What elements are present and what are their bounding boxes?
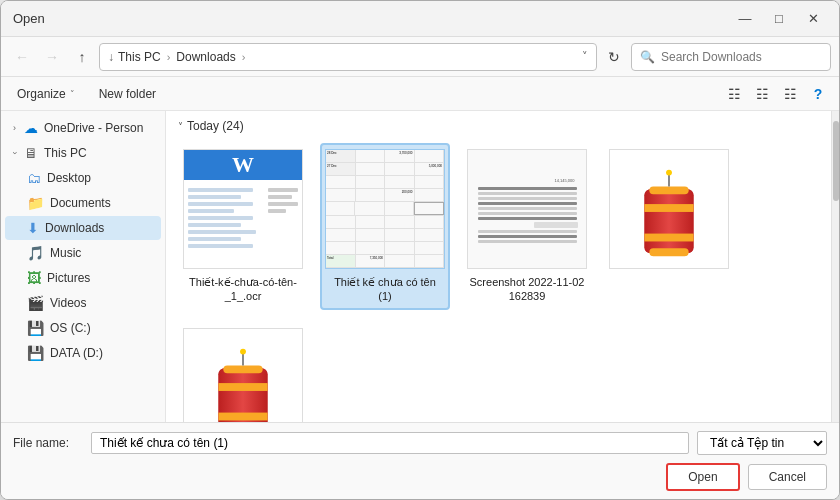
sidebar-item-desktop[interactable]: 🗂 Desktop [5,166,161,190]
sidebar-item-label: Music [50,246,153,260]
sheet-cell [414,202,444,214]
help-button[interactable]: ? [805,81,831,107]
file-grid: W [178,143,819,422]
scrollbar[interactable] [831,111,839,422]
sidebar-item-label: OS (C:) [50,321,153,335]
drive-c-icon: 💾 [27,320,44,336]
file-thumbnail-firecracker2 [183,328,303,422]
sidebar-item-label: Downloads [45,221,153,235]
organize-button[interactable]: Organize ˅ [9,84,83,104]
file-area: ˅ Today (24) W [166,111,831,422]
filename-label: File name: [13,436,83,450]
sheet-cell: 28 Dec [326,150,356,162]
refresh-button[interactable]: ↻ [601,44,627,70]
sidebar-item-videos[interactable]: 🎬 Videos [5,291,161,315]
file-thumbnail-firecracker1 [609,149,729,269]
sheet-cell: Total [326,255,356,267]
sheet-cell [356,242,386,254]
sheet-cell [385,163,415,175]
open-button[interactable]: Open [666,463,739,491]
minimize-button[interactable]: — [731,8,759,30]
sidebar-item-datad[interactable]: 💾 DATA (D:) [5,341,161,365]
breadcrumb-sep-1: › [167,51,171,63]
sheet-row [326,242,444,255]
ss-line [478,240,577,243]
filename-input[interactable] [91,432,689,454]
ss-line [478,212,577,215]
svg-rect-4 [649,186,688,194]
sheet-cell [326,216,356,228]
group-label: Today (24) [187,119,244,133]
file-item-firecracker1[interactable] [604,143,734,310]
sidebar-item-label: Pictures [47,271,153,285]
sheet-cell [385,255,415,267]
ss-header: 14,145,000 [478,176,577,185]
downloads-icon: ⬇ [27,220,39,236]
file-thumbnail-spreadsheet: 28 Dec 3,700,000 27 Dec 5,000,000 [325,149,445,269]
thispc-icon: 🖥 [24,145,38,161]
firecracker-svg [610,149,728,269]
view-details-button[interactable]: ☷ [749,81,775,107]
word-content-lines [188,184,264,264]
sidebar-item-label: Videos [50,296,153,310]
view-list-button[interactable]: ☷ [777,81,803,107]
sheet-cell [356,229,386,241]
sidebar-item-onedrive[interactable]: › ☁ OneDrive - Person [5,116,161,140]
cancel-button[interactable]: Cancel [748,464,827,490]
word-line [188,244,253,248]
sidebar-item-osc[interactable]: 💾 OS (C:) [5,316,161,340]
sheet-cell [415,176,445,188]
sidebar-item-music[interactable]: 🎵 Music [5,241,161,265]
search-input[interactable] [661,50,822,64]
file-item-firecracker2[interactable] [178,322,308,422]
address-dropdown-icon[interactable]: ˅ [582,50,588,63]
ss-line [478,207,577,210]
sidebar-item-pictures[interactable]: 🖼 Pictures [5,266,161,290]
view-tiles-button[interactable]: ☷ [721,81,747,107]
sheet-cell [415,242,445,254]
desktop-icon: 🗂 [27,170,41,186]
onedrive-icon: ☁ [24,120,38,136]
sheet-cell [415,216,445,228]
scrollbar-thumb[interactable] [833,121,839,201]
sheet-cell: 7,350,000 [356,255,386,267]
svg-rect-10 [218,383,267,391]
ss-line [478,187,577,190]
search-box[interactable]: 🔍 [631,43,831,71]
ss-line [478,197,577,200]
sidebar-item-downloads[interactable]: ⬇ Downloads [5,216,161,240]
word-line [188,188,253,192]
file-item-word[interactable]: W [178,143,308,310]
word-line [188,195,241,199]
sheet-cell [385,229,415,241]
sidebar-item-label: Desktop [47,171,153,185]
svg-rect-11 [218,412,267,420]
music-icon: 🎵 [27,245,44,261]
ss-block [534,222,578,228]
new-folder-button[interactable]: New folder [91,84,164,104]
forward-button[interactable]: → [39,44,65,70]
organize-chevron-icon: ˅ [70,89,75,99]
filetype-select[interactable]: Tất cả Tệp tin [697,431,827,455]
file-thumbnail-screenshot: 14,145,000 [467,149,587,269]
sidebar-item-thispc[interactable]: › 🖥 This PC [5,141,161,165]
file-thumbnail-word: W [183,149,303,269]
title-bar: Open — □ ✕ [1,1,839,37]
address-bar[interactable]: ↓ This PC › Downloads › ˅ [99,43,597,71]
navigation-bar: ← → ↑ ↓ This PC › Downloads › ˅ ↻ 🔍 [1,37,839,77]
file-name-screenshot: Screenshot 2022-11-02 162839 [468,275,586,304]
sheet-cell [415,255,445,267]
file-item-spreadsheet[interactable]: 28 Dec 3,700,000 27 Dec 5,000,000 [320,143,450,310]
close-button[interactable]: ✕ [799,8,827,30]
svg-rect-12 [223,365,262,373]
sidebar-item-label: OneDrive - Person [44,121,153,135]
word-sidebar-line [268,202,298,206]
file-item-screenshot[interactable]: 14,145,000 [462,143,592,310]
sheet-row [326,216,444,229]
svg-rect-5 [649,248,688,256]
up-button[interactable]: ↑ [69,44,95,70]
maximize-button[interactable]: □ [765,8,793,30]
back-button[interactable]: ← [9,44,35,70]
sidebar-item-documents[interactable]: 📁 Documents [5,191,161,215]
window-controls: — □ ✕ [731,8,827,30]
